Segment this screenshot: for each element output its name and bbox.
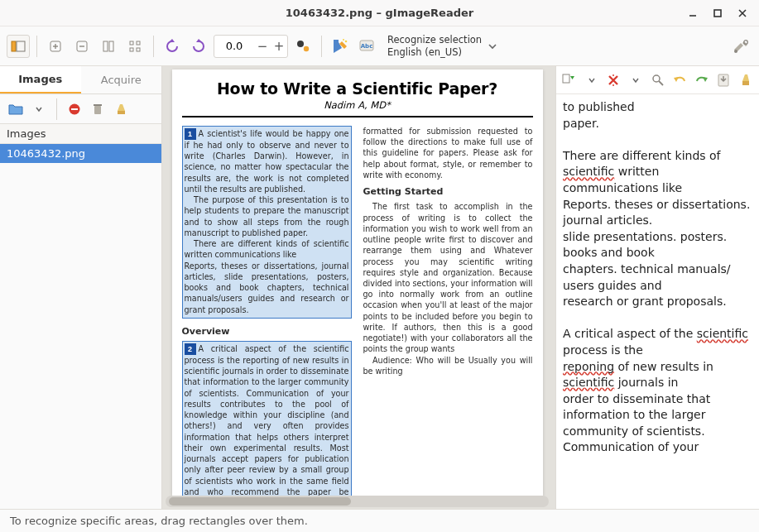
svg-rect-4: [12, 41, 16, 51]
svg-point-23: [734, 50, 737, 53]
doc-columns: 1A scientist's life would be happy one i…: [182, 126, 533, 496]
svg-point-32: [612, 84, 614, 86]
main-toolbar: − + Abc Recognize selection English (en_…: [0, 26, 759, 66]
settings-button[interactable]: [729, 35, 752, 58]
document-page[interactable]: How to Write a Scientific Paper? Nadim A…: [172, 69, 543, 496]
doc-subtitle: Nadim A, MD*: [182, 99, 533, 111]
find-replace-icon[interactable]: [649, 71, 666, 89]
zoom-in-button[interactable]: [44, 35, 67, 58]
svg-rect-26: [71, 108, 78, 110]
svg-point-17: [297, 41, 304, 47]
separator: [153, 36, 154, 57]
strip-menu-icon[interactable]: [627, 71, 645, 89]
zoom-out-button[interactable]: [70, 35, 94, 58]
rotate-right-button[interactable]: [187, 35, 210, 58]
separator: [36, 36, 37, 57]
window-controls: [681, 0, 754, 26]
selection-1[interactable]: 1A scientist's life would be happy one i…: [182, 126, 352, 319]
recognize-selection-button[interactable]: Recognize selection English (en_US): [382, 31, 504, 61]
recognize-icon[interactable]: [329, 35, 352, 58]
recognize-label: Recognize selection English (en_US): [387, 34, 482, 58]
svg-text:Abc: Abc: [361, 43, 373, 50]
selection-badge: 2: [185, 343, 196, 355]
getting-started-heading: Getting Started: [363, 185, 533, 198]
broom-icon[interactable]: [737, 71, 755, 89]
overview-heading: Overview: [182, 325, 352, 338]
document-viewer: How to Write a Scientific Paper? Nadim A…: [162, 66, 555, 509]
save-icon[interactable]: [715, 71, 733, 89]
svg-rect-30: [563, 74, 569, 83]
images-list: 10463432.png: [0, 144, 161, 509]
doc-col-right: formatted for submission requested to fo…: [363, 126, 533, 496]
output-panel: to published paper. There are different …: [555, 66, 759, 509]
lang-icon[interactable]: Abc: [355, 35, 378, 58]
scrollbar-thumb[interactable]: [169, 497, 351, 506]
doc-rule: [182, 116, 533, 117]
list-item[interactable]: 10463432.png: [0, 144, 161, 163]
doc-title: How to Write a Scientific Paper?: [182, 79, 533, 98]
images-toolbar: [0, 94, 161, 124]
separator: [321, 36, 322, 57]
window-title: 10463432.png – gImageReader: [286, 7, 473, 19]
svg-rect-1: [714, 10, 721, 17]
doc-col-left: 1A scientist's life would be happy one i…: [182, 126, 352, 496]
svg-rect-15: [130, 48, 133, 51]
content-area: Images Acquire Images 10463432.png How t…: [0, 66, 759, 509]
strip-lines-icon[interactable]: [605, 71, 622, 89]
open-icon[interactable]: [7, 100, 25, 118]
clear-icon[interactable]: [112, 100, 130, 118]
maximize-button[interactable]: [706, 3, 729, 23]
svg-rect-28: [94, 104, 102, 106]
svg-point-31: [612, 74, 614, 76]
svg-rect-14: [137, 41, 140, 45]
insert-mode-icon[interactable]: [561, 71, 579, 89]
spinner-down[interactable]: −: [254, 36, 271, 57]
tab-acquire[interactable]: Acquire: [81, 66, 162, 93]
status-text: To recognize specific areas, drag rectan…: [10, 515, 308, 527]
left-tabs: Images Acquire: [0, 66, 161, 94]
toggle-panel-button[interactable]: [7, 35, 30, 58]
spell-error: scientific: [563, 165, 614, 178]
svg-point-33: [653, 75, 660, 82]
selection-2[interactable]: 2A critical aspect of the scientific pro…: [182, 341, 352, 496]
autodetect-button[interactable]: [291, 35, 315, 58]
svg-rect-27: [94, 106, 101, 114]
separator: [56, 98, 57, 120]
rotate-left-button[interactable]: [161, 35, 184, 58]
remove-icon[interactable]: [65, 100, 84, 118]
svg-rect-11: [103, 41, 108, 51]
rotation-spinner[interactable]: − +: [214, 35, 288, 58]
spell-error: reponing: [563, 360, 614, 373]
open-menu-icon[interactable]: [30, 100, 48, 118]
svg-point-19: [345, 40, 348, 42]
rotation-input[interactable]: [214, 36, 254, 56]
svg-line-34: [659, 81, 663, 85]
svg-point-18: [304, 46, 309, 50]
svg-rect-12: [109, 41, 113, 51]
minimize-button[interactable]: [681, 3, 704, 23]
tab-images[interactable]: Images: [0, 66, 81, 93]
titlebar: 10463432.png – gImageReader: [0, 0, 759, 26]
insert-menu-icon[interactable]: [584, 71, 601, 89]
svg-rect-13: [130, 41, 133, 45]
spell-error: scientific: [697, 327, 748, 340]
undo-icon[interactable]: [671, 71, 689, 89]
delete-icon[interactable]: [89, 100, 107, 118]
zoom-fit-button[interactable]: [97, 35, 120, 58]
chevron-down-icon: [487, 41, 498, 52]
output-toolbar: [556, 66, 759, 94]
recognize-line1: Recognize selection: [387, 34, 482, 46]
doc-scroll[interactable]: How to Write a Scientific Paper? Nadim A…: [162, 66, 555, 496]
horizontal-scrollbar[interactable]: [166, 496, 549, 507]
spinner-up[interactable]: +: [271, 36, 287, 57]
svg-rect-36: [742, 81, 749, 85]
ocr-output[interactable]: to published paper. There are different …: [556, 94, 759, 509]
redo-icon[interactable]: [693, 71, 710, 89]
recognize-line2: English (en_US): [387, 46, 482, 58]
status-bar: To recognize specific areas, drag rectan…: [0, 509, 759, 532]
zoom-orig-button[interactable]: [123, 35, 147, 58]
close-button[interactable]: [731, 3, 754, 23]
svg-rect-16: [137, 48, 140, 51]
images-header: Images: [0, 124, 161, 144]
svg-point-20: [343, 39, 344, 41]
